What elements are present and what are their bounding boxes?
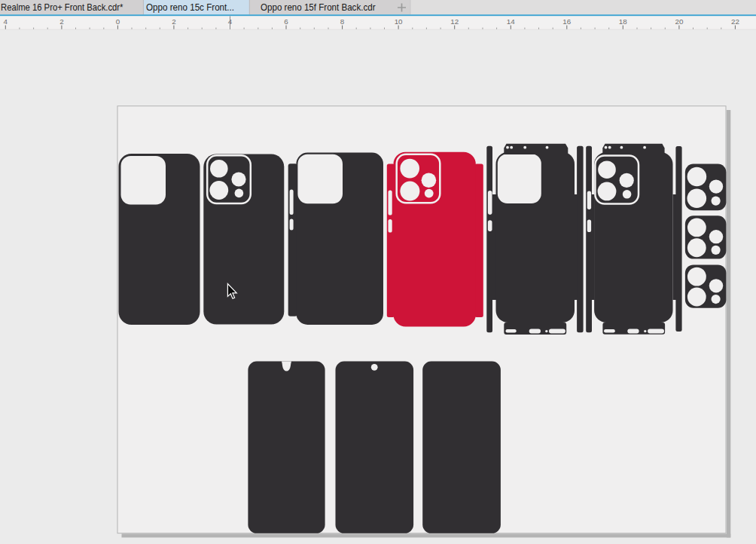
svg-text:0: 0 bbox=[116, 17, 120, 26]
svg-text:16: 16 bbox=[562, 17, 571, 26]
svg-text:Oppo reno 15c Front...: Oppo reno 15c Front... bbox=[146, 2, 234, 13]
svg-text:12: 12 bbox=[450, 17, 459, 26]
svg-text:8: 8 bbox=[340, 17, 345, 26]
svg-text:2: 2 bbox=[59, 17, 63, 26]
svg-text:18: 18 bbox=[619, 17, 627, 26]
svg-text:22: 22 bbox=[731, 17, 739, 26]
svg-text:10: 10 bbox=[395, 17, 403, 26]
svg-text:Realme 16 Pro+ Front Back.cdr*: Realme 16 Pro+ Front Back.cdr* bbox=[1, 2, 123, 13]
svg-text:4: 4 bbox=[4, 17, 8, 26]
svg-text:Oppo reno 15f Front Back.cdr: Oppo reno 15f Front Back.cdr bbox=[261, 2, 376, 13]
svg-text:2: 2 bbox=[172, 17, 175, 26]
svg-text:14: 14 bbox=[507, 17, 515, 26]
svg-text:20: 20 bbox=[675, 17, 683, 26]
svg-text:6: 6 bbox=[284, 17, 288, 26]
